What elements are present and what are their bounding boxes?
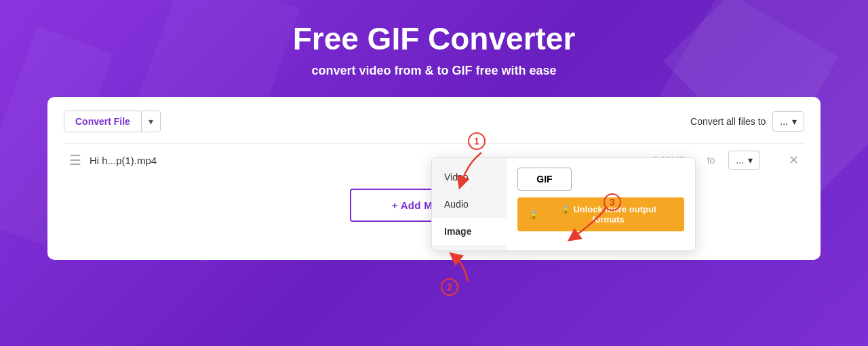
page-subtitle: convert video from & to GIF free with ea… (311, 64, 556, 78)
lock-icon: 🔒 (528, 210, 539, 220)
step-3-label: 3 (610, 197, 615, 208)
convert-file-group: Convert File ▾ (64, 111, 161, 132)
arrow-1 (448, 149, 502, 190)
to-label: to (707, 155, 715, 166)
convert-all-dropdown[interactable]: ... ▾ (772, 111, 804, 132)
step-2-label: 2 (447, 282, 452, 292)
step-3-annotation: 3 (604, 193, 621, 211)
category-image[interactable]: Image (432, 218, 507, 245)
file-name: Hi h...p(1).mp4 (90, 155, 212, 166)
category-audio[interactable]: Audio (432, 191, 507, 218)
convert-all-row: Convert all files to ... ▾ (690, 111, 804, 132)
convert-file-dropdown-button[interactable]: ▾ (141, 111, 160, 132)
convert-file-button[interactable]: Convert File (64, 111, 141, 132)
convert-all-label: Convert all files to (690, 116, 766, 127)
card-header: Convert File ▾ Convert all files to ... … (64, 111, 804, 132)
chevron-down-icon-2: ▾ (748, 155, 753, 166)
convert-all-value: ... (780, 116, 788, 127)
chevron-down-icon: ▾ (792, 116, 797, 127)
format-dropdown[interactable]: ... ▾ (728, 151, 760, 170)
close-button[interactable]: ✕ (789, 154, 799, 166)
step-1-annotation: 1 (468, 132, 486, 150)
file-icon: ☰ (69, 152, 81, 168)
page-title: Free GIF Converter (293, 20, 576, 57)
format-gif-button[interactable]: GIF (517, 168, 572, 191)
step-1-label: 1 (474, 136, 479, 147)
format-value: ... (736, 155, 744, 166)
step-2-annotation: 2 (441, 278, 458, 296)
